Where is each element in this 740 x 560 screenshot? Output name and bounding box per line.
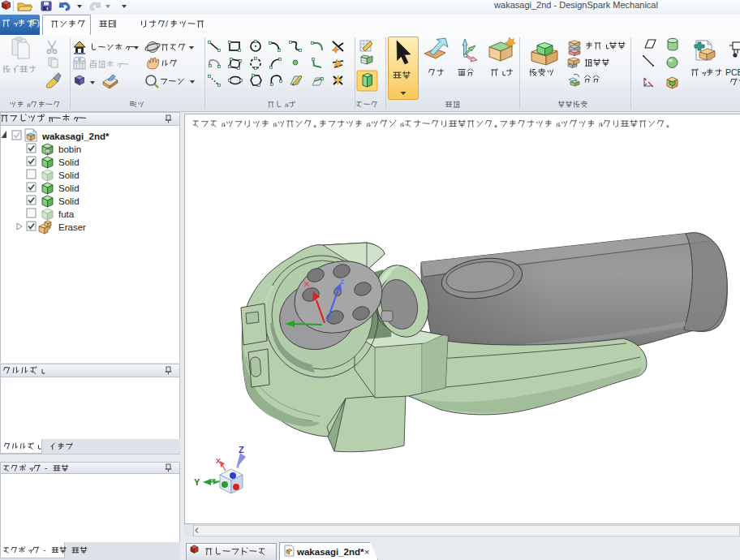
svg-text:(F): (F) [29, 19, 40, 28]
svg-text:PCB: PCB [725, 67, 740, 77]
svg-text:×: × [364, 547, 369, 557]
svg-text:wakasagi_2nd*: wakasagi_2nd* [296, 547, 364, 557]
svg-text:Solid: Solid [58, 196, 80, 206]
svg-text:/: / [166, 19, 169, 28]
svg-text:futa: futa [58, 209, 75, 219]
svg-text:Solid: Solid [58, 157, 80, 167]
svg-text:-: - [43, 545, 45, 554]
svg-text:Solid: Solid [58, 170, 80, 180]
svg-text:Eraser: Eraser [58, 222, 86, 232]
svg-text:bobin: bobin [58, 144, 81, 154]
svg-text:Solid: Solid [58, 183, 80, 193]
svg-text:wakasagi_2nd*: wakasagi_2nd* [41, 131, 110, 141]
svg-text:Y: Y [194, 477, 200, 487]
svg-text:Z: Z [239, 445, 244, 454]
svg-text:X: X [216, 457, 221, 465]
svg-text:-: - [45, 463, 47, 472]
